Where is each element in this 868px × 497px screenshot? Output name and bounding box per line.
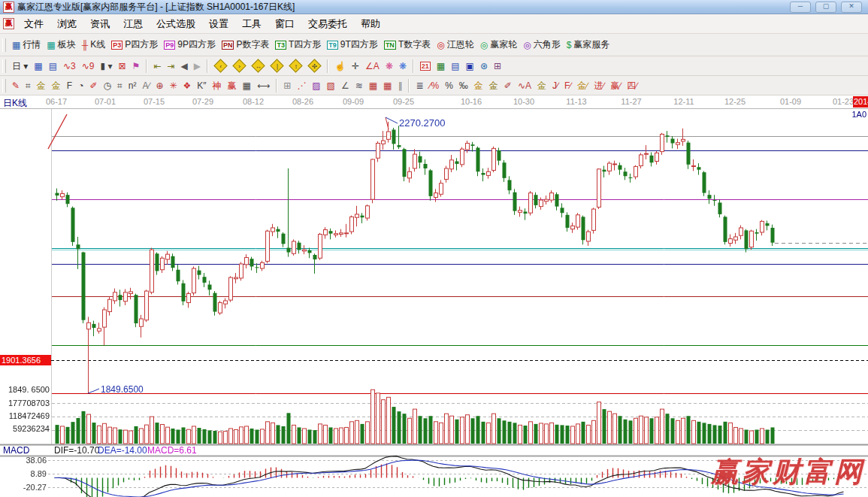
dense-grid-icon[interactable]: ⌗ — [114, 77, 126, 94]
draw-brush-icon[interactable]: ✎ — [9, 77, 23, 94]
prev-bar-icon[interactable]: ◀ — [177, 58, 190, 74]
zoom-left-icon[interactable]: ‹ — [211, 58, 230, 74]
candle-style-icon[interactable]: ▮ ▾ — [98, 58, 116, 74]
last-page-icon[interactable]: ⇥ — [164, 58, 177, 74]
gold-angle-icon[interactable]: 金∕ — [574, 77, 591, 94]
menu-item-1[interactable]: 浏览 — [50, 17, 83, 31]
maximize-button[interactable]: ▢ — [815, 2, 836, 13]
wave-9-icon[interactable]: ∿9 — [79, 58, 98, 74]
p9-square-button[interactable]: P99P四方形 — [161, 37, 219, 53]
expand-h-icon[interactable]: ↔ — [249, 58, 268, 74]
period-selector-daily[interactable]: 日 ▾ — [9, 58, 31, 74]
quote-detail-icon[interactable]: ▤ — [46, 58, 60, 74]
red-grid-icon[interactable]: ▦ — [366, 77, 380, 94]
minimize-button[interactable]: ─ — [790, 2, 811, 13]
percent-slash-icon[interactable]: ∕% — [426, 77, 442, 94]
gann-wheel-button[interactable]: ◎江恩轮 — [434, 37, 476, 53]
menu-item-5[interactable]: 设置 — [202, 17, 235, 31]
calendar-icon[interactable]: 21 — [417, 58, 434, 74]
rose-pink-icon[interactable]: ❋ — [383, 58, 396, 74]
ying-angle-icon[interactable]: 赢∕ — [607, 77, 624, 94]
angle-measure-icon[interactable]: ∠A — [362, 58, 383, 74]
gold-underline-icon[interactable]: 金 — [534, 77, 549, 94]
jin-angle-icon[interactable]: 进∕ — [591, 77, 607, 94]
permille-icon[interactable]: ‰ — [456, 77, 471, 94]
spiral-icon[interactable]: ◔ — [75, 77, 86, 94]
t9-square-button[interactable]: T99T四方形 — [324, 37, 381, 53]
chart-canvas[interactable] — [0, 109, 868, 497]
menu-item-8[interactable]: 交易委托 — [301, 17, 354, 31]
menu-item-7[interactable]: 窗口 — [268, 17, 301, 31]
p-square-button[interactable]: P3P四方形 — [108, 37, 161, 53]
n2-grid-icon[interactable]: n² — [126, 77, 140, 94]
hide-kline-icon[interactable]: ⊠ — [115, 58, 129, 74]
gold-circle-icon[interactable]: 金 — [471, 77, 486, 94]
export-icon[interactable]: ⊞ — [491, 58, 504, 74]
save-icon[interactable]: ▣ — [463, 58, 477, 74]
save-web-icon[interactable]: ⊛ — [477, 58, 491, 74]
t-number-table-button[interactable]: TNT数字表 — [381, 37, 434, 53]
kline-button[interactable]: ╫K线 — [79, 37, 109, 53]
k-note-icon[interactable]: K″ — [194, 77, 209, 94]
width-measure-icon[interactable]: ⟷ — [254, 77, 273, 94]
toolbar-grip[interactable] — [2, 59, 6, 73]
close-button[interactable]: ✕ — [841, 2, 862, 13]
quotes-button[interactable]: ▦行情 — [9, 37, 44, 53]
rose-blue-icon[interactable]: ❋ — [396, 58, 410, 74]
gann-wheel-tool-icon[interactable]: ✳ — [166, 77, 180, 94]
f-angle-icon[interactable]: F∕ — [561, 77, 574, 94]
toolbar-grip[interactable] — [2, 38, 6, 52]
menu-item-6[interactable]: 工具 — [235, 17, 268, 31]
red-grid-2-icon[interactable]: ▦ — [380, 77, 395, 94]
menu-item-9[interactable]: 帮助 — [354, 17, 387, 31]
expand-all-icon[interactable]: ✣ — [305, 58, 324, 74]
wave-3-icon[interactable]: ∿3 — [60, 58, 79, 74]
j-angle-icon[interactable]: J∕ — [549, 77, 561, 94]
ink-brush-icon[interactable]: ✐ — [501, 77, 515, 94]
compass-icon[interactable]: ⊕ — [153, 77, 166, 94]
fan-box-icon[interactable]: ▧ — [324, 77, 338, 94]
sectors-button[interactable]: ▦板块 — [44, 37, 78, 53]
t-square-button[interactable]: T3T四方形 — [272, 37, 324, 53]
fan-grid-icon[interactable]: ▨ — [309, 77, 323, 94]
winner-service-button[interactable]: $赢家服务 — [564, 37, 613, 53]
first-page-icon[interactable]: ⇤ — [150, 58, 164, 74]
gann-fan-icon[interactable]: ⋰ — [294, 77, 309, 94]
box-tool-icon[interactable]: ⊞ — [280, 77, 294, 94]
winner-wheel-button[interactable]: ◎赢家轮 — [477, 37, 520, 53]
next-bar-icon[interactable]: ▶ — [191, 58, 204, 74]
menu-item-2[interactable]: 资讯 — [83, 17, 116, 31]
zigzag-icon[interactable]: ≋ — [352, 77, 366, 94]
menu-item-3[interactable]: 江恩 — [116, 17, 150, 31]
crosshair-icon[interactable]: ✛ — [349, 58, 362, 74]
calculator-icon[interactable]: ▦ — [434, 58, 448, 74]
si-angle-icon[interactable]: 四∕ — [624, 77, 640, 94]
gold-grid-2-icon[interactable]: 金 — [49, 77, 64, 94]
draw-knife-icon[interactable]: ✐ — [86, 77, 100, 94]
angle-line-icon[interactable]: ∠ — [338, 77, 352, 94]
channel-icon[interactable]: ∥ — [395, 77, 405, 94]
wave-a-icon[interactable]: ∿A — [515, 77, 534, 94]
color-filter-icon[interactable]: ⚑ — [129, 58, 144, 74]
gold-grid-icon[interactable]: 金 — [34, 77, 49, 94]
toolbar-grip[interactable] — [2, 79, 6, 92]
number-grid-icon[interactable]: ▦ — [240, 77, 254, 94]
compress-h-icon[interactable]: ∣ — [268, 58, 286, 74]
percent-icon[interactable]: % — [442, 77, 456, 94]
menu-item-4[interactable]: 公式选股 — [150, 17, 202, 31]
fibo-grid-icon[interactable]: F — [64, 77, 75, 94]
a-line-icon[interactable]: A∕ — [139, 77, 153, 94]
expand-v-icon[interactable]: ↕ — [286, 58, 305, 74]
hand-tool-icon[interactable]: ☝ — [331, 58, 349, 74]
hexagon-button[interactable]: ◎六角形 — [520, 37, 563, 53]
scale-icon[interactable]: ≣ — [413, 77, 426, 94]
kline-style-icon[interactable]: ▦ — [31, 58, 45, 74]
shen-tool-icon[interactable]: 神 — [210, 77, 225, 94]
p-number-table-button[interactable]: PNP数字表 — [219, 37, 273, 53]
gold-bar-icon[interactable]: 金 — [486, 77, 501, 94]
ying-tool-icon[interactable]: 赢 — [225, 77, 240, 94]
time-grid-icon[interactable]: ⌗ — [23, 77, 34, 94]
memo-icon[interactable]: ▤ — [448, 58, 462, 74]
zoom-right-icon[interactable]: › — [230, 58, 249, 74]
cycle-circle-icon[interactable]: ◷ — [100, 77, 113, 94]
